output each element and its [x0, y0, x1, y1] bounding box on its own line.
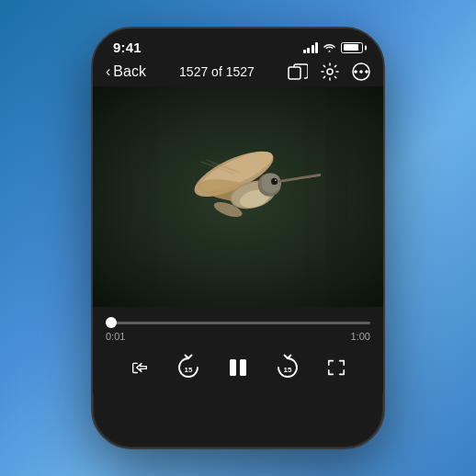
progress-times: 0:01 1:00 — [106, 331, 370, 342]
nav-bar: ‹ Back 1527 of 1527 — [93, 59, 383, 86]
nav-back[interactable]: ‹ Back — [106, 63, 146, 80]
chevron-left-icon: ‹ — [106, 63, 110, 80]
skip-back-button[interactable]: 15 — [172, 351, 205, 384]
status-bar: 9:41 — [93, 28, 383, 59]
progress-bar-container[interactable] — [106, 316, 370, 329]
settings-icon[interactable] — [321, 62, 339, 81]
status-icons — [303, 42, 364, 53]
wifi-icon — [323, 42, 336, 52]
phone-frame: 9:41 ‹ Back 1527 of 1527 — [91, 27, 385, 449]
fullscreen-icon — [326, 357, 346, 378]
nav-actions — [288, 62, 370, 81]
play-pause-button[interactable] — [221, 351, 255, 384]
svg-rect-29 — [240, 359, 246, 376]
svg-text:15: 15 — [185, 366, 193, 374]
progress-track[interactable] — [106, 322, 370, 324]
battery-icon — [341, 42, 363, 53]
svg-point-26 — [275, 179, 277, 181]
video-area — [93, 86, 383, 307]
status-time: 9:41 — [113, 40, 142, 55]
signal-bars-icon — [303, 42, 319, 53]
svg-text:15: 15 — [283, 366, 291, 374]
current-time: 0:01 — [106, 331, 125, 342]
share-button[interactable] — [123, 351, 156, 384]
more-icon[interactable] — [352, 62, 370, 81]
skip-back-icon: 15 — [174, 353, 203, 382]
pause-icon — [225, 355, 251, 380]
svg-point-1 — [327, 69, 333, 74]
svg-point-23 — [261, 173, 281, 193]
controls-area: 0:01 1:00 15 — [93, 307, 383, 393]
skip-forward-button[interactable]: 15 — [271, 351, 304, 384]
fullscreen-button[interactable] — [320, 351, 353, 384]
total-time: 1:00 — [351, 331, 370, 342]
playback-controls: 15 15 — [106, 349, 370, 388]
video-background — [93, 86, 383, 307]
progress-thumb[interactable] — [106, 317, 117, 328]
duplicate-icon[interactable] — [288, 63, 308, 80]
svg-rect-28 — [230, 359, 236, 376]
nav-title: 1527 of 1527 — [179, 64, 255, 79]
video-content — [155, 120, 321, 267]
svg-rect-0 — [289, 67, 300, 79]
share-icon — [130, 357, 150, 378]
skip-forward-icon: 15 — [273, 353, 302, 382]
back-button-label[interactable]: Back — [113, 63, 146, 80]
